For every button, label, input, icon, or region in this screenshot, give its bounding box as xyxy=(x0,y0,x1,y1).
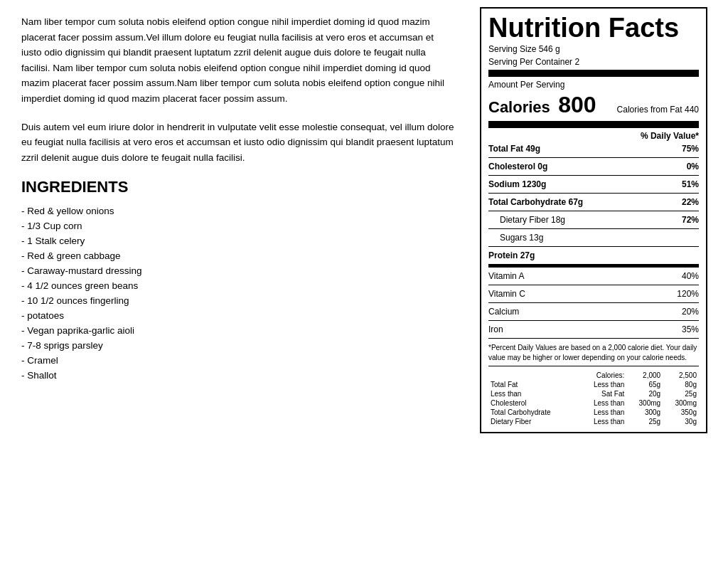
daily-value-header: % Daily Value* xyxy=(488,131,699,141)
calories-label-value: Calories 800 xyxy=(488,92,596,118)
nutrient-row: Sugars 13g xyxy=(488,231,699,244)
ref-table-cell: Sat Fat xyxy=(578,389,627,398)
nutrient-divider xyxy=(488,211,699,211)
nutrient-row: Total Fat 49g75% xyxy=(488,142,699,155)
ref-table-cell: Cholesterol xyxy=(488,398,578,408)
ref-table-cell: Dietary Fiber xyxy=(488,417,578,426)
ref-table-cell: Less than xyxy=(578,417,627,426)
nutrient-name: Protein 27g xyxy=(488,250,535,260)
ref-table-cell: Less than xyxy=(578,398,627,408)
nutrient-divider xyxy=(488,246,699,247)
nutrient-name: Sodium 1230g xyxy=(488,179,546,189)
ref-table-cell: 25g xyxy=(626,417,663,426)
nutrient-pct: 22% xyxy=(682,197,699,207)
vitamin-divider xyxy=(488,285,699,285)
ingredient-item: 4 1/2 ounces green beans xyxy=(21,278,455,293)
ref-table-row: Total FatLess than65g80g xyxy=(488,380,699,389)
ref-header-cell: Calories: xyxy=(578,371,627,380)
nutrient-divider xyxy=(488,157,699,158)
vitamin-row: Vitamin A40% xyxy=(488,270,699,282)
serving-size: Serving Size 546 g xyxy=(488,44,699,54)
reference-table-container: Calories:2,0002,500Total FatLess than65g… xyxy=(488,366,699,426)
vitamin-pct: 35% xyxy=(682,324,699,334)
ingredient-item: potatoes xyxy=(21,308,455,323)
ingredient-item: 1 Stalk celery xyxy=(21,233,455,248)
ref-table-cell: Less than xyxy=(578,380,627,389)
ref-table-cell: 65g xyxy=(626,380,663,389)
nutrient-pct: 75% xyxy=(682,144,699,154)
ref-table-cell: 300mg xyxy=(663,398,699,408)
nutrient-name: Cholesterol 0g xyxy=(488,162,547,171)
calories-value: 800 xyxy=(558,92,596,117)
nutrient-divider xyxy=(488,193,699,194)
ref-table-row: Less thanSat Fat20g25g xyxy=(488,389,699,398)
ref-table-cell: 350g xyxy=(663,408,699,417)
ref-header-cell: 2,500 xyxy=(663,371,699,380)
nutrients-container: Total Fat 49g75%Cholesterol 0g0%Sodium 1… xyxy=(488,142,699,262)
calories-row: Calories 800 Calories from Fat 440 xyxy=(488,92,699,118)
vitamin-name: Calcium xyxy=(488,307,519,317)
ref-header-cell xyxy=(488,371,578,380)
ingredient-item: Red & yellow onions xyxy=(21,203,455,218)
ingredient-item: Cramel xyxy=(21,353,455,368)
nutrient-name: Total Fat 49g xyxy=(488,144,540,154)
thick-divider-top xyxy=(488,70,699,77)
ref-table-cell: Total Carbohydrate xyxy=(488,408,578,417)
ref-table-cell: 300g xyxy=(626,408,663,417)
nutrient-row: Dietary Fiber 18g72% xyxy=(488,213,699,226)
vitamin-row: Iron35% xyxy=(488,323,699,336)
footnote: *Percent Daily Values are based on a 2,0… xyxy=(488,343,699,363)
ingredients-list: Red & yellow onions1/3 Cup corn1 Stalk c… xyxy=(21,203,455,383)
nutrient-divider xyxy=(488,175,699,176)
ingredient-item: 7-8 sprigs parsley xyxy=(21,338,455,353)
ingredients-title: INGREDIENTS xyxy=(21,178,455,196)
calories-label: Calories xyxy=(488,98,550,116)
vitamin-divider xyxy=(488,302,699,303)
nutrient-row: Protein 27g xyxy=(488,249,699,262)
nutrition-title: Nutrition Facts xyxy=(488,14,699,41)
nutrient-name: Sugars 13g xyxy=(500,233,543,243)
nutrient-divider xyxy=(488,228,699,229)
nutrient-name: Total Carbohydrate 67g xyxy=(488,197,583,207)
servings-per-container: Serving Per Container 2 xyxy=(488,57,699,67)
left-panel: Nam liber tempor cum soluta nobis eleife… xyxy=(0,0,476,587)
ingredient-item: 10 1/2 ounces fingerling xyxy=(21,293,455,308)
paragraph-1: Nam liber tempor cum soluta nobis eleife… xyxy=(21,14,455,107)
ingredient-item: Red & green cabbage xyxy=(21,248,455,263)
amount-per-serving-label: Amount Per Serving xyxy=(488,80,699,90)
thin-divider-footnote xyxy=(488,338,699,339)
ingredient-item: Shallot xyxy=(21,368,455,383)
ref-table-row: Total CarbohydrateLess than300g350g xyxy=(488,408,699,417)
medium-divider xyxy=(488,264,699,268)
nutrient-pct: 51% xyxy=(682,179,699,189)
nutrient-pct: 0% xyxy=(687,162,699,171)
ref-header-cell: 2,000 xyxy=(626,371,663,380)
ref-table-cell: Total Fat xyxy=(488,380,578,389)
vitamins-container: Vitamin A40%Vitamin C120%Calcium20%Iron3… xyxy=(488,270,699,336)
reference-table: Calories:2,0002,500Total FatLess than65g… xyxy=(488,371,699,426)
ingredient-item: Vegan paprika-garlic aioli xyxy=(21,323,455,338)
vitamin-name: Iron xyxy=(488,324,503,334)
vitamin-name: Vitamin A xyxy=(488,271,524,281)
calories-from-fat: Calories from Fat 440 xyxy=(617,105,699,115)
nutrient-row: Sodium 1230g51% xyxy=(488,178,699,191)
thick-divider-calories xyxy=(488,121,699,128)
ingredient-item: Caraway-mustard dressing xyxy=(21,263,455,278)
nutrient-name: Dietary Fiber 18g xyxy=(500,215,565,225)
ref-table-header: Calories:2,0002,500 xyxy=(488,371,699,380)
ref-table-cell: 80g xyxy=(663,380,699,389)
ref-table-cell: Less than xyxy=(578,408,627,417)
ref-table-cell: 30g xyxy=(663,417,699,426)
vitamin-name: Vitamin C xyxy=(488,289,525,299)
vitamin-row: Vitamin C120% xyxy=(488,287,699,300)
nutrition-panel: Nutrition Facts Serving Size 546 g Servi… xyxy=(480,7,707,433)
nutrient-row: Cholesterol 0g0% xyxy=(488,160,699,173)
nutrient-pct: 72% xyxy=(682,215,699,225)
ref-table-row: CholesterolLess than300mg300mg xyxy=(488,398,699,408)
nutrient-row: Total Carbohydrate 67g22% xyxy=(488,196,699,208)
ingredient-item: 1/3 Cup corn xyxy=(21,218,455,233)
vitamin-row: Calcium20% xyxy=(488,305,699,318)
ref-table-cell: Less than xyxy=(488,389,578,398)
vitamin-pct: 120% xyxy=(677,289,699,299)
ref-table-cell: 300mg xyxy=(626,398,663,408)
